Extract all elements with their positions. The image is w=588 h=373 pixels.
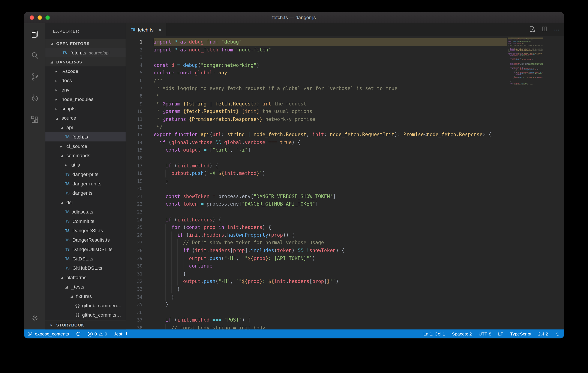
code-editor[interactable]: 1import * as debug from "debug"2import *… <box>126 36 564 330</box>
code-line-24[interactable]: 24 if (init.headers) { <box>126 216 507 224</box>
code-line-32[interactable]: 32 output.push("-H", `"${prop}: ${init.h… <box>126 278 507 286</box>
tree-folder-docs[interactable]: ▸docs <box>45 76 126 85</box>
code-line-15[interactable]: 15 const output = ["curl", "-i"] <box>126 146 507 154</box>
tree-folder-commands[interactable]: ◢commands <box>45 151 126 160</box>
tree-folder-ci-source[interactable]: ▸ci_source <box>45 141 126 151</box>
code-line-12[interactable]: 12 */ <box>126 123 507 131</box>
git-branch-status[interactable]: expose_contents <box>28 330 69 339</box>
activity-source-control-button[interactable] <box>24 66 45 87</box>
code-line-19[interactable]: 19 } <box>126 177 507 185</box>
project-section-header[interactable]: ◢ DANGER-JS <box>45 57 126 66</box>
code-line-11[interactable]: 11 * @returns {Promise<fetch.Response>} … <box>126 116 507 123</box>
code-line-17[interactable]: 17 if (init.method) { <box>126 162 507 170</box>
code-line-13[interactable]: 13export function api(url: string | node… <box>126 131 507 139</box>
tree-file-aliases-ts[interactable]: TSAliases.ts <box>45 207 126 216</box>
code-line-37[interactable]: 37 if (init.method === "POST") { <box>126 316 507 324</box>
tree-folder-scripts[interactable]: ▸scripts <box>45 104 126 113</box>
tree-file-dangerresults-ts[interactable]: TSDangerResults.ts <box>45 235 126 245</box>
code-line-30[interactable]: 30 continue <box>126 262 507 270</box>
code-line-5[interactable]: 5declare const global: any <box>126 69 507 77</box>
encoding-status[interactable]: UTF-8 <box>479 330 491 339</box>
code-line-1[interactable]: 1import * as debug from "debug" <box>126 38 507 46</box>
tree-folder-source[interactable]: ◢source <box>45 113 126 123</box>
minimap[interactable]: import * as debug from "debug"import * a… <box>507 36 543 330</box>
code-line-29[interactable]: 29 output.push("-H", `"${prop}: [API TOK… <box>126 255 507 262</box>
tree-folder-node-modules[interactable]: ▸node_modules <box>45 95 126 104</box>
tab-close-button[interactable]: × <box>158 27 162 32</box>
activity-extensions-button[interactable] <box>24 109 45 130</box>
tree-file-dangerdsl-ts[interactable]: TSDangerDSL.ts <box>45 226 126 235</box>
code-line-33[interactable]: 33 } <box>126 286 507 293</box>
open-editors-section-header[interactable]: ◢ OPEN EDITORS <box>45 39 126 48</box>
problems-status[interactable]: × 0 ⚠ 0 <box>88 330 107 339</box>
code-line-36[interactable]: 36 <box>126 309 507 316</box>
activity-debug-button[interactable] <box>24 87 45 109</box>
settings-button[interactable] <box>24 310 45 327</box>
tree-file-github-commits[interactable]: {}github_commits… <box>45 310 126 320</box>
code-line-16[interactable]: 16 <box>126 154 507 162</box>
eol-status[interactable]: LF <box>498 330 503 339</box>
tree-file-githubdsl-ts[interactable]: TSGitHubDSL.ts <box>45 264 126 273</box>
sync-changes-button[interactable] <box>76 330 81 339</box>
cursor-position-status[interactable]: Ln 1, Col 1 <box>423 330 445 339</box>
more-actions-button[interactable]: ⋯ <box>554 26 560 33</box>
code-line-10[interactable]: 10 * @param {fetch.RequestInit} [init] t… <box>126 108 507 116</box>
zoom-window-button[interactable] <box>45 15 50 20</box>
tab-fetch-ts[interactable]: TS fetch.ts × <box>126 23 167 36</box>
open-editor-item-fetch-ts[interactable]: TSfetch.tssource/api <box>45 48 126 57</box>
code-line-31[interactable]: 31 } <box>126 270 507 278</box>
tree-folder-fixtures[interactable]: ◢fixtures <box>45 292 126 301</box>
project-name-label: DANGER-JS <box>56 60 82 64</box>
indentation-status[interactable]: Spaces: 2 <box>452 330 472 339</box>
code-line-7[interactable]: 7 * Adds logging to every fetch request … <box>126 85 507 92</box>
code-line-20[interactable]: 20 <box>126 185 507 193</box>
tree-file-dangerutilsdsl-ts[interactable]: TSDangerUtilsDSL.ts <box>45 245 126 254</box>
code-text: if (init.method === "POST") { <box>154 316 251 324</box>
close-window-button[interactable] <box>30 15 34 20</box>
code-line-35[interactable]: 35 } <box>126 301 507 309</box>
language-mode-status[interactable]: TypeScript <box>510 330 531 339</box>
feedback-smiley-icon[interactable]: ☺ <box>555 330 560 339</box>
tree-folder-tests[interactable]: ◢_tests <box>45 282 126 292</box>
code-line-22[interactable]: 22 const token = process.env["DANGER_GIT… <box>126 201 507 208</box>
code-line-27[interactable]: 27 // Don't show the token for normal ve… <box>126 239 507 247</box>
tree-folder-api[interactable]: ◢api <box>45 123 126 132</box>
code-line-9[interactable]: 9 * @param {(string | fetch.Request)} ur… <box>126 100 507 108</box>
code-line-18[interactable]: 18 output.push(`-X ${init.method}`) <box>126 170 507 177</box>
code-line-25[interactable]: 25 for (const prop in init.headers) { <box>126 224 507 231</box>
tree-folder-vscode[interactable]: ▸.vscode <box>45 66 126 76</box>
code-line-2[interactable]: 2import * as node_fetch from "node-fetch… <box>126 46 507 54</box>
code-line-14[interactable]: 14 if (global.verbose && global.verbose … <box>126 139 507 146</box>
search-file-button[interactable] <box>529 26 535 34</box>
tree-file-danger-pr-ts[interactable]: TSdanger-pr.ts <box>45 170 126 179</box>
version-status[interactable]: 2.4.2 <box>538 330 548 339</box>
code-line-4[interactable]: 4const d = debug("danger:networking") <box>126 62 507 69</box>
code-text: if (init.method) { <box>154 162 218 170</box>
code-line-8[interactable]: 8 * <box>126 92 507 100</box>
jest-status[interactable]: Jest: ⠇ <box>114 330 129 339</box>
code-line-34[interactable]: 34 } <box>126 293 507 301</box>
code-line-23[interactable]: 23 <box>126 208 507 216</box>
minimize-window-button[interactable] <box>38 15 42 20</box>
tree-file-commit-ts[interactable]: TSCommit.ts <box>45 216 126 226</box>
code-line-3[interactable]: 3 <box>126 54 507 62</box>
tree-folder-dsl[interactable]: ◢dsl <box>45 198 126 207</box>
line-number: 19 <box>126 177 143 185</box>
tree-file-github-commen[interactable]: {}github_commen… <box>45 301 126 310</box>
split-editor-button[interactable] <box>542 26 547 33</box>
tree-folder-env[interactable]: ▸env <box>45 85 126 95</box>
tree-folder-utils[interactable]: ▸utils <box>45 160 126 170</box>
storybook-section-header[interactable]: ▸ STORYBOOK <box>45 320 126 330</box>
code-line-21[interactable]: 21 const showToken = process.env["DANGER… <box>126 193 507 201</box>
tree-file-gitdsl-ts[interactable]: TSGitDSL.ts <box>45 254 126 264</box>
tree-file-danger-ts[interactable]: TSdanger.ts <box>45 188 126 198</box>
code-line-6[interactable]: 6/** <box>126 77 507 85</box>
tree-folder-platforms[interactable]: ◢platforms <box>45 273 126 282</box>
activity-search-button[interactable] <box>24 45 45 66</box>
code-line-26[interactable]: 26 if (init.headers.hasOwnProperty(prop)… <box>126 231 507 239</box>
code-line-38[interactable]: 38 // const body:string = init.body <box>126 324 507 330</box>
activity-explorer-button[interactable] <box>24 23 45 45</box>
tree-file-danger-run-ts[interactable]: TSdanger-run.ts <box>45 179 126 188</box>
tree-file-fetch-ts[interactable]: TSfetch.ts <box>45 132 126 141</box>
code-line-28[interactable]: 28 if (init.headers[prop].includes(token… <box>126 247 507 255</box>
